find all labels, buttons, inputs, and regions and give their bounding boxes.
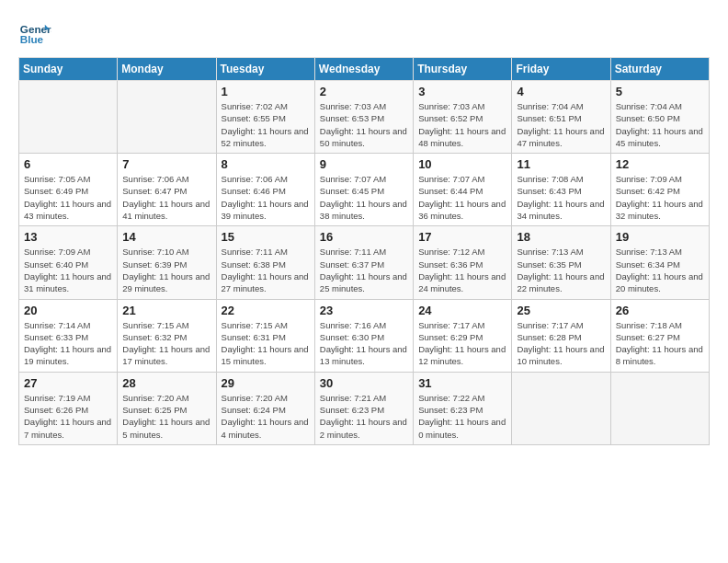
day-detail: Sunrise: 7:09 AM Sunset: 6:42 PM Dayligh… xyxy=(616,173,704,222)
day-number: 10 xyxy=(418,157,506,171)
day-detail: Sunrise: 7:07 AM Sunset: 6:44 PM Dayligh… xyxy=(418,173,506,222)
day-number: 14 xyxy=(122,230,210,244)
calendar-cell: 29Sunrise: 7:20 AM Sunset: 6:24 PM Dayli… xyxy=(216,372,314,444)
day-number: 28 xyxy=(122,376,210,390)
day-number: 3 xyxy=(418,85,506,98)
calendar-cell: 13Sunrise: 7:09 AM Sunset: 6:40 PM Dayli… xyxy=(19,226,118,299)
day-detail: Sunrise: 7:18 AM Sunset: 6:27 PM Dayligh… xyxy=(616,319,704,368)
day-detail: Sunrise: 7:10 AM Sunset: 6:39 PM Dayligh… xyxy=(122,246,210,294)
day-detail: Sunrise: 7:20 AM Sunset: 6:25 PM Dayligh… xyxy=(122,392,210,441)
day-number: 20 xyxy=(24,304,112,317)
calendar-table: SundayMondayTuesdayWednesdayThursdayFrid… xyxy=(18,57,710,445)
day-number: 21 xyxy=(122,304,210,317)
logo-icon: General Blue xyxy=(18,15,51,48)
calendar-cell: 16Sunrise: 7:11 AM Sunset: 6:37 PM Dayli… xyxy=(314,226,413,299)
calendar-cell: 24Sunrise: 7:17 AM Sunset: 6:29 PM Dayli… xyxy=(414,299,512,372)
calendar-cell: 17Sunrise: 7:12 AM Sunset: 6:36 PM Dayli… xyxy=(414,226,512,299)
day-detail: Sunrise: 7:03 AM Sunset: 6:53 PM Dayligh… xyxy=(320,100,408,149)
calendar-week-1: 1Sunrise: 7:02 AM Sunset: 6:55 PM Daylig… xyxy=(19,81,710,154)
svg-text:Blue: Blue xyxy=(20,33,44,45)
day-number: 11 xyxy=(517,157,605,171)
day-number: 5 xyxy=(616,85,704,98)
day-detail: Sunrise: 7:02 AM Sunset: 6:55 PM Dayligh… xyxy=(222,100,310,149)
calendar-cell: 26Sunrise: 7:18 AM Sunset: 6:27 PM Dayli… xyxy=(610,299,709,372)
calendar-cell: 11Sunrise: 7:08 AM Sunset: 6:43 PM Dayli… xyxy=(512,154,610,226)
calendar-cell: 27Sunrise: 7:19 AM Sunset: 6:26 PM Dayli… xyxy=(19,372,118,444)
calendar-cell: 4Sunrise: 7:04 AM Sunset: 6:51 PM Daylig… xyxy=(512,81,610,154)
day-number: 24 xyxy=(418,304,506,317)
calendar-week-2: 6Sunrise: 7:05 AM Sunset: 6:49 PM Daylig… xyxy=(19,154,710,226)
calendar-cell: 18Sunrise: 7:13 AM Sunset: 6:35 PM Dayli… xyxy=(512,226,610,299)
day-detail: Sunrise: 7:17 AM Sunset: 6:29 PM Dayligh… xyxy=(418,319,506,368)
day-number: 30 xyxy=(320,376,408,390)
calendar-cell: 28Sunrise: 7:20 AM Sunset: 6:25 PM Dayli… xyxy=(118,372,216,444)
day-number: 27 xyxy=(24,376,112,390)
calendar-cell: 12Sunrise: 7:09 AM Sunset: 6:42 PM Dayli… xyxy=(610,154,709,226)
day-detail: Sunrise: 7:20 AM Sunset: 6:24 PM Dayligh… xyxy=(222,392,310,441)
calendar-cell: 9Sunrise: 7:07 AM Sunset: 6:45 PM Daylig… xyxy=(314,154,413,226)
day-detail: Sunrise: 7:13 AM Sunset: 6:35 PM Dayligh… xyxy=(517,246,605,294)
day-detail: Sunrise: 7:19 AM Sunset: 6:26 PM Dayligh… xyxy=(24,392,112,441)
weekday-header-monday: Monday xyxy=(118,58,216,81)
day-detail: Sunrise: 7:03 AM Sunset: 6:52 PM Dayligh… xyxy=(418,100,506,149)
day-detail: Sunrise: 7:17 AM Sunset: 6:28 PM Dayligh… xyxy=(517,319,605,368)
day-number: 4 xyxy=(517,85,605,98)
day-detail: Sunrise: 7:12 AM Sunset: 6:36 PM Dayligh… xyxy=(418,246,506,294)
weekday-header-row: SundayMondayTuesdayWednesdayThursdayFrid… xyxy=(19,58,710,81)
day-number: 26 xyxy=(616,304,704,317)
day-detail: Sunrise: 7:22 AM Sunset: 6:23 PM Dayligh… xyxy=(418,392,506,441)
calendar-week-5: 27Sunrise: 7:19 AM Sunset: 6:26 PM Dayli… xyxy=(19,372,710,444)
calendar-cell xyxy=(512,372,610,444)
day-detail: Sunrise: 7:04 AM Sunset: 6:50 PM Dayligh… xyxy=(616,100,704,149)
calendar-cell xyxy=(118,81,216,154)
weekday-header-tuesday: Tuesday xyxy=(216,58,314,81)
day-detail: Sunrise: 7:07 AM Sunset: 6:45 PM Dayligh… xyxy=(320,173,408,222)
day-detail: Sunrise: 7:21 AM Sunset: 6:23 PM Dayligh… xyxy=(320,392,408,441)
day-detail: Sunrise: 7:15 AM Sunset: 6:32 PM Dayligh… xyxy=(122,319,210,368)
calendar-week-4: 20Sunrise: 7:14 AM Sunset: 6:33 PM Dayli… xyxy=(19,299,710,372)
day-number: 6 xyxy=(24,157,112,171)
day-number: 22 xyxy=(222,304,310,317)
day-detail: Sunrise: 7:13 AM Sunset: 6:34 PM Dayligh… xyxy=(616,246,704,294)
day-number: 8 xyxy=(222,157,310,171)
day-number: 18 xyxy=(517,230,605,244)
calendar-cell: 10Sunrise: 7:07 AM Sunset: 6:44 PM Dayli… xyxy=(414,154,512,226)
day-number: 19 xyxy=(616,230,704,244)
day-number: 25 xyxy=(517,304,605,317)
calendar-cell xyxy=(19,81,118,154)
day-detail: Sunrise: 7:15 AM Sunset: 6:31 PM Dayligh… xyxy=(222,319,310,368)
calendar-cell: 3Sunrise: 7:03 AM Sunset: 6:52 PM Daylig… xyxy=(414,81,512,154)
day-detail: Sunrise: 7:16 AM Sunset: 6:30 PM Dayligh… xyxy=(320,319,408,368)
calendar-cell: 20Sunrise: 7:14 AM Sunset: 6:33 PM Dayli… xyxy=(19,299,118,372)
day-detail: Sunrise: 7:06 AM Sunset: 6:46 PM Dayligh… xyxy=(222,173,310,222)
day-number: 29 xyxy=(222,376,310,390)
day-detail: Sunrise: 7:06 AM Sunset: 6:47 PM Dayligh… xyxy=(122,173,210,222)
day-detail: Sunrise: 7:11 AM Sunset: 6:37 PM Dayligh… xyxy=(320,246,408,294)
day-number: 1 xyxy=(222,85,310,98)
day-number: 17 xyxy=(418,230,506,244)
calendar-cell: 19Sunrise: 7:13 AM Sunset: 6:34 PM Dayli… xyxy=(610,226,709,299)
calendar-cell: 14Sunrise: 7:10 AM Sunset: 6:39 PM Dayli… xyxy=(118,226,216,299)
calendar-cell: 22Sunrise: 7:15 AM Sunset: 6:31 PM Dayli… xyxy=(216,299,314,372)
day-number: 15 xyxy=(222,230,310,244)
day-number: 31 xyxy=(418,376,506,390)
calendar-cell: 6Sunrise: 7:05 AM Sunset: 6:49 PM Daylig… xyxy=(19,154,118,226)
weekday-header-saturday: Saturday xyxy=(610,58,709,81)
day-number: 12 xyxy=(616,157,704,171)
day-detail: Sunrise: 7:09 AM Sunset: 6:40 PM Dayligh… xyxy=(24,246,112,294)
day-number: 7 xyxy=(122,157,210,171)
calendar-cell: 25Sunrise: 7:17 AM Sunset: 6:28 PM Dayli… xyxy=(512,299,610,372)
day-detail: Sunrise: 7:11 AM Sunset: 6:38 PM Dayligh… xyxy=(222,246,310,294)
day-detail: Sunrise: 7:05 AM Sunset: 6:49 PM Dayligh… xyxy=(24,173,112,222)
day-detail: Sunrise: 7:04 AM Sunset: 6:51 PM Dayligh… xyxy=(517,100,605,149)
logo: General Blue xyxy=(18,15,55,48)
calendar-cell: 31Sunrise: 7:22 AM Sunset: 6:23 PM Dayli… xyxy=(414,372,512,444)
calendar-cell: 1Sunrise: 7:02 AM Sunset: 6:55 PM Daylig… xyxy=(216,81,314,154)
calendar-week-3: 13Sunrise: 7:09 AM Sunset: 6:40 PM Dayli… xyxy=(19,226,710,299)
weekday-header-wednesday: Wednesday xyxy=(314,58,413,81)
weekday-header-thursday: Thursday xyxy=(414,58,512,81)
calendar-cell: 8Sunrise: 7:06 AM Sunset: 6:46 PM Daylig… xyxy=(216,154,314,226)
day-number: 16 xyxy=(320,230,408,244)
day-number: 13 xyxy=(24,230,112,244)
calendar-body: 1Sunrise: 7:02 AM Sunset: 6:55 PM Daylig… xyxy=(19,81,710,445)
